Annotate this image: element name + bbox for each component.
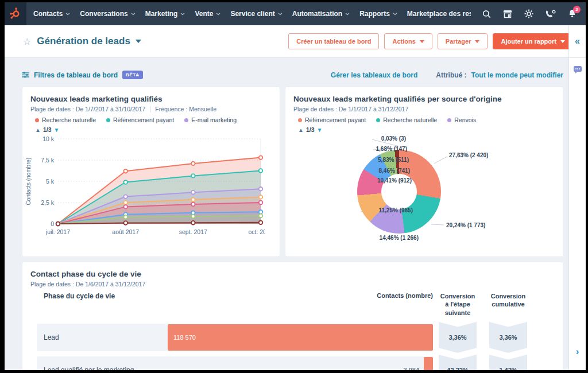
svg-text:2,5 k: 2,5 k (41, 199, 55, 206)
line-chart: 10 k7,5 k5 k2,5 k0juil. 2017août 2017sep… (22, 134, 280, 249)
create-dashboard-button[interactable]: Créer un tableau de bord (288, 33, 379, 49)
filter-bar: Filtres de tableau de bord BÊTA Gérer le… (22, 71, 563, 79)
hubspot-logo[interactable] (5, 2, 26, 25)
filters-icon (22, 72, 29, 78)
legend-pager: ▲ 1/3 ▼ (298, 126, 555, 133)
card-subtitle: Plage de dates : De 1/1/2017 à 31/12/201… (293, 106, 555, 112)
search-icon[interactable] (482, 10, 491, 18)
card-mql-by-source: Nouveaux leads marketing qualifiés per s… (285, 87, 563, 257)
caret-down-icon (560, 40, 565, 43)
card-title: Nouveaux leads marketing qualifiés (30, 95, 272, 103)
manage-dashboards-link[interactable]: Gérer les tableaux de bord (331, 71, 417, 79)
cumulative-conversion-cell: 3,36% (489, 322, 527, 353)
chevron-down-icon (131, 13, 136, 15)
filters-label: Filtres de tableau de bord (34, 71, 118, 79)
legend-item[interactable]: Recherche naturelle (376, 116, 437, 123)
next-page-chevron-icon[interactable]: › (569, 347, 586, 356)
legend-dot (35, 118, 39, 122)
nav-menu: ContactsConversationsMarketingVenteServi… (33, 10, 471, 18)
add-report-button[interactable]: Ajouter un rapport (493, 33, 573, 49)
line-chart-legend: Recherche naturelleRéférencement payantE… (35, 116, 272, 123)
legend-item[interactable]: Référencement payant (298, 116, 366, 123)
col-step-conversion: Conversion à l'étape suivante (439, 292, 477, 317)
favorite-star-icon[interactable]: ☆ (23, 36, 31, 47)
beta-badge: BÊTA (122, 71, 143, 79)
dashboard-body: Filtres de tableau de bord BÊTA Gérer le… (5, 71, 586, 370)
legend-dot (298, 118, 302, 122)
legend-item[interactable]: Renvois (447, 116, 476, 123)
nav-item[interactable]: Contacts (33, 10, 70, 18)
pie-slice-label: 8,46% (741) (379, 168, 410, 174)
nav-item[interactable]: Rapports (359, 10, 397, 18)
page-header: ☆ Génération de leads Créer un tableau d… (5, 25, 586, 58)
legend-item[interactable]: E-mail marketing (184, 116, 237, 123)
nav-item[interactable]: Vente (195, 10, 220, 18)
card-new-mql: Nouveaux leads marketing qualifiés Plage… (22, 87, 280, 257)
nav-item[interactable]: Conversations (80, 10, 135, 18)
svg-text:oct. 2017: oct. 2017 (248, 228, 265, 235)
dashboard-filters[interactable]: Filtres de tableau de bord BÊTA (22, 71, 143, 79)
svg-text:7,5 k: 7,5 k (41, 157, 55, 164)
right-rail: « › (568, 25, 586, 370)
funnel-row: Lead qualifié par le marketing 3 984 42,… (37, 356, 563, 370)
svg-text:juil. 2017: juil. 2017 (45, 228, 70, 235)
pager-up-icon[interactable]: ▲ (35, 127, 41, 133)
nav-item[interactable]: Marketing (145, 10, 185, 18)
card-lifecycle-funnel: Contact phase du cycle de vie Plage de d… (22, 262, 563, 370)
funnel-bar[interactable]: 118 570 (168, 324, 433, 351)
funnel-stage-label: Lead (37, 333, 168, 341)
pie-chart: 27,63% (2 420)20,24% (1 773)14,46% (1 26… (285, 134, 563, 258)
nav-item[interactable]: Automatisation (292, 10, 350, 18)
pie-slice-label: 5,83% (511) (378, 157, 409, 163)
chevron-down-icon (278, 13, 283, 15)
pie-slice-label: 11,25% (985) (379, 207, 413, 213)
funnel-bar[interactable] (424, 357, 433, 370)
funnel-table: Phase du cycle de vie Contacts (nombre) … (37, 292, 563, 370)
legend-pager: ▲ 1/3 ▼ (35, 126, 272, 133)
pager-down-icon[interactable]: ▼ (54, 127, 60, 133)
col-lifecycle-stage: Phase du cycle de vie (37, 292, 115, 300)
assigned-value-link[interactable]: Tout le monde peut modifier (471, 71, 563, 79)
chevron-down-icon (65, 13, 70, 15)
funnel-header: Phase du cycle de vie Contacts (nombre) … (37, 292, 563, 317)
funnel-stage-label: Lead qualifié par le marketing (37, 366, 168, 370)
header-actions: Créer un tableau de bord Actions Partage… (288, 33, 573, 49)
pager-up-icon[interactable]: ▲ (298, 127, 304, 133)
nav-item[interactable]: Marketplace des ressources (407, 10, 471, 18)
cumulative-conversion-cell: 1,42% (489, 355, 527, 370)
legend-item[interactable]: Recherche naturelle (35, 116, 96, 123)
pie-slice-label: 1,68% (147) (376, 146, 407, 152)
marketplace-icon[interactable] (503, 10, 512, 18)
chevron-down-icon (393, 13, 397, 15)
share-button[interactable]: Partager (438, 33, 488, 49)
pager-down-icon[interactable]: ▼ (317, 127, 323, 133)
filter-bar-right: Gérer les tableaux de bord Attribué : To… (331, 71, 563, 79)
legend-dot (184, 118, 188, 122)
pie-slice-label: 27,63% (2 420) (449, 152, 488, 158)
dashboard-selector-caret[interactable] (136, 40, 141, 43)
comments-icon[interactable] (573, 65, 582, 74)
legend-dot (106, 118, 110, 122)
actions-button[interactable]: Actions (384, 33, 432, 49)
calls-phone-icon[interactable] (546, 10, 556, 18)
card-title: Nouveaux leads marketing qualifiés per s… (293, 95, 555, 103)
col-contacts-count: Contacts (nombre) (377, 292, 433, 299)
svg-text:5 k: 5 k (46, 178, 55, 185)
legend-dot (447, 118, 451, 122)
nav-item[interactable]: Service client (230, 10, 282, 18)
caret-down-icon (475, 40, 479, 43)
assigned-label: Attribué : (436, 71, 466, 79)
pie-chart-legend: Référencement payantRecherche naturelleR… (298, 116, 555, 123)
caret-down-icon (420, 40, 424, 43)
chevron-down-icon (216, 13, 220, 15)
nav-icons: 2 (482, 9, 577, 18)
chevron-down-icon (180, 13, 185, 15)
line-chart-svg[interactable]: 10 k7,5 k5 k2,5 k0juil. 2017août 2017sep… (22, 134, 265, 249)
legend-item[interactable]: Référencement payant (106, 116, 174, 123)
collapse-panel-icon[interactable]: « (575, 37, 580, 46)
notifications-bell-icon[interactable]: 2 (568, 9, 577, 18)
col-cumulative-conversion: Conversion cumulative (489, 292, 527, 309)
step-conversion-cell: 3,36% (439, 322, 477, 353)
svg-text:août 2017: août 2017 (112, 228, 139, 235)
settings-gear-icon[interactable] (524, 9, 533, 18)
